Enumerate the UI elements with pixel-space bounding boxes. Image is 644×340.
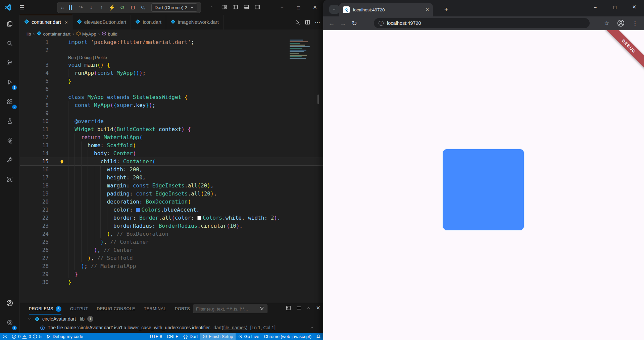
step-over-button[interactable]: ↷ bbox=[77, 4, 85, 11]
new-tab-button[interactable]: + bbox=[441, 4, 451, 14]
activity-item-explorer[interactable] bbox=[0, 15, 19, 34]
activity-item-testing[interactable] bbox=[0, 112, 19, 131]
status-encoding[interactable]: UTF-8 bbox=[148, 333, 165, 340]
code-line-1[interactable]: 1import 'package:flutter/material.dart'; bbox=[20, 38, 323, 46]
debug-target-dropdown[interactable]: Dart (Chrome) 2 bbox=[151, 3, 198, 12]
code-line-2[interactable]: 2 bbox=[20, 46, 323, 54]
code-line-25[interactable]: 25 ), // Container bbox=[20, 238, 323, 246]
code-line-5[interactable]: 5} bbox=[20, 77, 323, 85]
tab-close-icon[interactable]: × bbox=[426, 7, 429, 13]
status-language[interactable]: {} Dart bbox=[181, 333, 200, 340]
code-line-6[interactable]: 6 bbox=[20, 85, 323, 93]
code-line-29[interactable]: 29 } bbox=[20, 270, 323, 278]
editor-scrollbar[interactable] bbox=[317, 95, 319, 104]
toolbar-overflow-chevron[interactable] bbox=[210, 5, 214, 9]
code-line-8[interactable]: 8 const MyApp({super.key}); bbox=[20, 101, 323, 109]
problem-source[interactable]: dart(file_names) bbox=[213, 325, 247, 330]
bookmark-star-icon[interactable]: ☆ bbox=[601, 17, 612, 29]
problem-row[interactable]: The file name 'circleAvatar.dart' isn't … bbox=[20, 323, 323, 332]
code-line-20[interactable]: 20 decoration: BoxDecoration( bbox=[20, 198, 323, 206]
stop-button[interactable] bbox=[129, 4, 137, 11]
code-line-18[interactable]: 18 margin: const EdgeInsets.all(20), bbox=[20, 182, 323, 190]
activity-item-extensions[interactable]: 2 bbox=[0, 93, 19, 112]
activity-item-flutter[interactable] bbox=[0, 131, 19, 151]
problems-file-row[interactable]: circleAvatar.dart lib 1 bbox=[20, 315, 323, 323]
notifications-bell[interactable] bbox=[314, 333, 323, 340]
problems-summary[interactable]: 0 0 5 bbox=[9, 333, 44, 340]
panel-tab-output[interactable]: OUTPUT bbox=[70, 303, 88, 315]
code-line-21[interactable]: 21 color: Colors.blueAccent, bbox=[20, 206, 323, 214]
code-line-15[interactable]: 15 child: Container( bbox=[20, 158, 323, 166]
tab-search-button[interactable] bbox=[329, 5, 339, 14]
panel-tab-problems[interactable]: PROBLEMS5 bbox=[29, 303, 61, 315]
reload-button[interactable]: ↻ bbox=[349, 18, 360, 29]
chrome-tab[interactable]: localhost:49720 × bbox=[339, 3, 433, 16]
problem-source-link[interactable]: file_names bbox=[223, 325, 246, 330]
run-file-button[interactable] bbox=[295, 19, 300, 25]
code-line-16[interactable]: 16 width: 200, bbox=[20, 166, 323, 174]
chrome-minimize-button[interactable]: − bbox=[586, 0, 605, 14]
breadcrumb-item-MyApp[interactable]: MyApp bbox=[76, 31, 96, 37]
profile-avatar-icon[interactable] bbox=[615, 17, 627, 29]
toolbar-grip-icon[interactable]: ⠿ bbox=[61, 5, 64, 10]
chrome-close-button[interactable]: ✕ bbox=[625, 0, 644, 14]
back-button[interactable]: ← bbox=[326, 18, 337, 29]
chrome-maximize-button[interactable]: □ bbox=[605, 0, 625, 14]
minimap[interactable] bbox=[290, 39, 313, 63]
status-runtime[interactable]: Chrome (web-javascript) bbox=[261, 333, 314, 340]
tab-elevatedButton.dart[interactable]: elevatedButton.dart bbox=[72, 15, 131, 30]
code-line-24[interactable]: 24 ), // BoxDecoration bbox=[20, 230, 323, 238]
minimize-button[interactable]: − bbox=[274, 0, 290, 15]
customize-layout-icon[interactable] bbox=[221, 4, 227, 10]
activity-item-search[interactable] bbox=[0, 34, 19, 54]
more-actions-icon[interactable]: ⋯ bbox=[315, 19, 320, 25]
status-eol[interactable]: CRLF bbox=[164, 333, 181, 340]
pause-button[interactable] bbox=[67, 4, 74, 11]
code-line-27[interactable]: 27 ), // Scaffold bbox=[20, 254, 323, 262]
code-line-13[interactable]: 13 home: Scaffold( bbox=[20, 141, 323, 150]
activity-item-accounts[interactable] bbox=[0, 294, 19, 314]
expand-chevron-icon[interactable] bbox=[28, 317, 32, 321]
code-line-12[interactable]: 12 return MaterialApp( bbox=[20, 133, 323, 141]
code-line-23[interactable]: 23 borderRadius: BorderRadius.circular(1… bbox=[20, 222, 323, 230]
breadcrumb-item-build[interactable]: build bbox=[102, 31, 117, 37]
code-editor[interactable]: 1import 'package:flutter/material.dart';… bbox=[20, 38, 323, 303]
forward-button[interactable]: → bbox=[337, 18, 349, 29]
code-line-3[interactable]: 3void main() { bbox=[20, 61, 323, 69]
breadcrumb-item-container.dart[interactable]: container.dart bbox=[37, 31, 70, 37]
code-line-28[interactable]: 28 ); // MaterialApp bbox=[20, 262, 323, 270]
code-line-14[interactable]: 14 body: Center( bbox=[20, 150, 323, 158]
toggle-secondary-sidebar-icon[interactable] bbox=[255, 4, 260, 10]
close-panel-icon[interactable]: ✕ bbox=[316, 305, 320, 311]
maximize-button[interactable]: □ bbox=[290, 0, 307, 15]
tab-icon.dart[interactable]: icon.dart bbox=[131, 15, 166, 30]
code-line-19[interactable]: 19 padding: const EdgeInsets.all(20), bbox=[20, 190, 323, 198]
toggle-sidebar-icon[interactable] bbox=[233, 4, 238, 10]
code-line-11[interactable]: 11 Widget build(BuildContext context) { bbox=[20, 125, 323, 133]
code-line-10[interactable]: 10 @override bbox=[20, 117, 323, 125]
widget-inspector-button[interactable] bbox=[140, 4, 147, 11]
hot-restart-button[interactable]: ↺ bbox=[119, 4, 126, 11]
problems-filter-input[interactable] bbox=[193, 304, 267, 313]
menu-hamburger-icon[interactable]: ☰ bbox=[19, 4, 24, 11]
status-go-live[interactable]: Go Live bbox=[236, 333, 262, 340]
code-line-17[interactable]: 17 height: 200, bbox=[20, 174, 323, 182]
activity-item-settings[interactable]: 1 bbox=[0, 314, 19, 333]
status-finish-setup[interactable]: Finish Setup bbox=[200, 333, 235, 340]
close-button[interactable]: ✕ bbox=[307, 0, 323, 15]
panel-tab-ports[interactable]: PORTS bbox=[175, 303, 190, 315]
code-line-7[interactable]: 7class MyApp extends StatelessWidget { bbox=[20, 93, 323, 101]
site-info-icon[interactable]: i bbox=[379, 21, 384, 26]
breadcrumb-item-lib[interactable]: lib bbox=[27, 32, 31, 37]
maximize-panel-icon[interactable] bbox=[307, 306, 311, 310]
color-swatch[interactable] bbox=[197, 216, 201, 220]
split-editor-icon[interactable] bbox=[305, 20, 310, 25]
activity-item-run-and-debug[interactable]: 1 bbox=[0, 73, 19, 93]
status-debug-item[interactable]: Debug my code bbox=[44, 333, 86, 340]
remote-indicator[interactable]: >< bbox=[0, 333, 9, 340]
code-line-4[interactable]: 4 runApp(const MyApp()); bbox=[20, 69, 323, 77]
color-swatch[interactable] bbox=[136, 208, 140, 212]
address-bar[interactable]: i localhost:49720 bbox=[374, 18, 590, 28]
hot-reload-button[interactable]: ⚡ bbox=[108, 4, 116, 11]
tab-imageNetwork.dart[interactable]: imageNetwork.dart bbox=[166, 15, 224, 30]
